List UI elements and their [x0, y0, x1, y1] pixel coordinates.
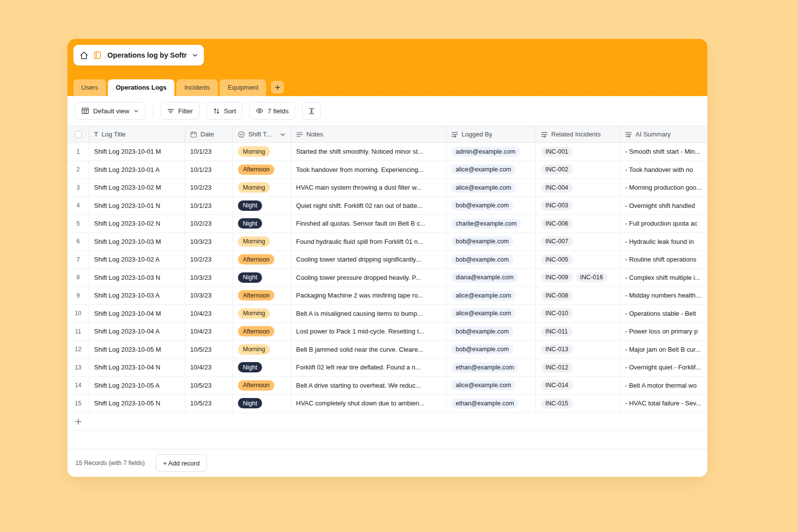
cell-ai-summary[interactable]: - Hydraulic leak found in [620, 233, 707, 251]
table-row[interactable]: 7 Shift Log 2023-10-02 A 10/2/23 Afterno… [67, 251, 707, 269]
cell-notes[interactable]: Forklift 02 left rear tire deflated. Fou… [291, 359, 446, 376]
home-icon[interactable] [79, 51, 89, 60]
cell-logged-by[interactable]: alice@example.com [446, 287, 536, 304]
cell-related-incidents[interactable]: INC-013 [536, 341, 620, 359]
row-number[interactable]: 12 [67, 341, 89, 359]
row-number[interactable]: 14 [67, 377, 89, 395]
cell-log-title[interactable]: Shift Log 2023-10-03 N [89, 269, 185, 287]
table-row[interactable]: 5 Shift Log 2023-10-02 N 10/2/23 Night F… [67, 215, 707, 233]
row-number[interactable]: 2 [67, 161, 89, 179]
cell-date[interactable]: 10/2/23 [185, 215, 233, 233]
cell-date[interactable]: 10/1/23 [185, 197, 233, 215]
row-number[interactable]: 8 [67, 269, 89, 287]
cell-related-incidents[interactable]: INC-003 [536, 197, 620, 215]
row-number[interactable]: 10 [67, 305, 89, 323]
column-header-ai-summary[interactable]: AI Summary [620, 126, 707, 142]
cell-logged-by[interactable]: bob@example.com [446, 251, 536, 268]
cell-log-title[interactable]: Shift Log 2023-10-05 N [89, 395, 185, 412]
cell-notes[interactable]: Took handover from morning. Experiencing… [291, 161, 446, 179]
row-number[interactable]: 11 [67, 323, 89, 340]
view-switcher-button[interactable]: Default view [75, 102, 145, 120]
table-row[interactable]: 10 Shift Log 2023-10-04 M 10/4/23 Mornin… [67, 305, 707, 323]
cell-related-incidents[interactable]: INC-007 [536, 233, 620, 251]
cell-notes[interactable]: Belt B jammed solid near the curve. Clea… [291, 341, 446, 359]
row-number[interactable]: 7 [67, 251, 89, 268]
cell-date[interactable]: 10/5/23 [185, 377, 233, 395]
cell-log-title[interactable]: Shift Log 2023-10-02 A [89, 251, 185, 268]
table-row[interactable]: 4 Shift Log 2023-10-01 N 10/1/23 Night Q… [67, 197, 707, 215]
cell-date[interactable]: 10/3/23 [185, 233, 233, 251]
cell-log-title[interactable]: Shift Log 2023-10-04 N [89, 359, 185, 376]
cell-shift-type[interactable]: Afternoon [233, 251, 291, 268]
cell-date[interactable]: 10/1/23 [185, 143, 233, 161]
cell-shift-type[interactable]: Night [233, 215, 291, 233]
cell-date[interactable]: 10/3/23 [185, 287, 233, 304]
cell-logged-by[interactable]: ethan@example.com [446, 359, 536, 376]
add-table-button[interactable] [271, 81, 284, 94]
cell-related-incidents[interactable]: INC-005 [536, 251, 620, 268]
cell-logged-by[interactable]: bob@example.com [446, 341, 536, 359]
cell-ai-summary[interactable]: - Full production quota ac [620, 215, 707, 233]
select-all-header[interactable] [67, 126, 89, 142]
cell-shift-type[interactable]: Afternoon [233, 377, 291, 395]
cell-log-title[interactable]: Shift Log 2023-10-01 A [89, 161, 185, 179]
cell-logged-by[interactable]: alice@example.com [446, 161, 536, 179]
cell-notes[interactable]: Lost power to Pack 1 mid-cycle. Resettin… [291, 323, 446, 340]
cell-date[interactable]: 10/2/23 [185, 179, 233, 197]
table-row[interactable]: 8 Shift Log 2023-10-03 N 10/3/23 Night C… [67, 269, 707, 287]
cell-log-title[interactable]: Shift Log 2023-10-02 N [89, 215, 185, 233]
cell-ai-summary[interactable]: - Routine shift operations [620, 251, 707, 268]
cell-ai-summary[interactable]: - Major jam on Belt B cur... [620, 341, 707, 359]
cell-shift-type[interactable]: Afternoon [233, 287, 291, 304]
cell-related-incidents[interactable]: INC-008 [536, 287, 620, 304]
cell-date[interactable]: 10/4/23 [185, 305, 233, 323]
add-record-button[interactable]: + Add record [156, 454, 207, 472]
tab-incidents[interactable]: Incidents [176, 79, 218, 96]
table-row[interactable]: 15 Shift Log 2023-10-05 N 10/5/23 Night … [67, 395, 707, 413]
column-header-date[interactable]: Date [185, 126, 233, 142]
cell-notes[interactable]: Cooling tower started dripping significa… [291, 251, 446, 268]
cell-ai-summary[interactable]: - Midday numbers health... [620, 287, 707, 304]
chevron-down-icon[interactable] [192, 52, 198, 58]
cell-logged-by[interactable]: admin@example.com [446, 143, 536, 161]
cell-logged-by[interactable]: diana@example.com [446, 269, 536, 287]
cell-notes[interactable]: Belt A is misaligned causing items to bu… [291, 305, 446, 323]
table-row[interactable]: 12 Shift Log 2023-10-05 M 10/5/23 Mornin… [67, 341, 707, 359]
cell-date[interactable]: 10/1/23 [185, 161, 233, 179]
cell-logged-by[interactable]: alice@example.com [446, 179, 536, 197]
add-row-button[interactable] [67, 413, 707, 431]
row-number[interactable]: 13 [67, 359, 89, 376]
cell-log-title[interactable]: Shift Log 2023-10-04 M [89, 305, 185, 323]
row-number[interactable]: 1 [67, 143, 89, 161]
cell-date[interactable]: 10/4/23 [185, 323, 233, 340]
cell-related-incidents[interactable]: INC-009INC-016 [536, 269, 620, 287]
cell-logged-by[interactable]: bob@example.com [446, 197, 536, 215]
cell-shift-type[interactable]: Night [233, 197, 291, 215]
cell-ai-summary[interactable]: - Smooth shift start - Min... [620, 143, 707, 161]
cell-related-incidents[interactable]: INC-015 [536, 395, 620, 412]
cell-date[interactable]: 10/4/23 [185, 359, 233, 376]
tab-equipment[interactable]: Equipment [220, 79, 266, 96]
cell-logged-by[interactable]: bob@example.com [446, 323, 536, 340]
cell-shift-type[interactable]: Night [233, 395, 291, 412]
cell-ai-summary[interactable]: - Belt A motor thermal wo [620, 377, 707, 395]
cell-shift-type[interactable]: Morning [233, 341, 291, 359]
row-number[interactable]: 6 [67, 233, 89, 251]
cell-related-incidents[interactable]: INC-014 [536, 377, 620, 395]
cell-shift-type[interactable]: Morning [233, 143, 291, 161]
column-header-logged-by[interactable]: Logged By [446, 126, 536, 142]
cell-shift-type[interactable]: Night [233, 359, 291, 376]
hide-fields-button[interactable]: 7 fields [249, 102, 295, 120]
column-header-related-incidents[interactable]: Related Incidents [536, 126, 620, 142]
tab-users[interactable]: Users [73, 79, 106, 96]
column-header-log-title[interactable]: T Log Title [89, 126, 185, 142]
row-number[interactable]: 15 [67, 395, 89, 412]
cell-date[interactable]: 10/5/23 [185, 395, 233, 412]
cell-ai-summary[interactable]: - Morning production goo... [620, 179, 707, 197]
tab-operations-logs[interactable]: Operations Logs [108, 79, 174, 96]
cell-log-title[interactable]: Shift Log 2023-10-05 A [89, 377, 185, 395]
cell-ai-summary[interactable]: - HVAC total failure - Sev... [620, 395, 707, 412]
select-all-checkbox[interactable] [75, 131, 82, 138]
cell-date[interactable]: 10/5/23 [185, 341, 233, 359]
table-row[interactable]: 2 Shift Log 2023-10-01 A 10/1/23 Afterno… [67, 161, 707, 179]
